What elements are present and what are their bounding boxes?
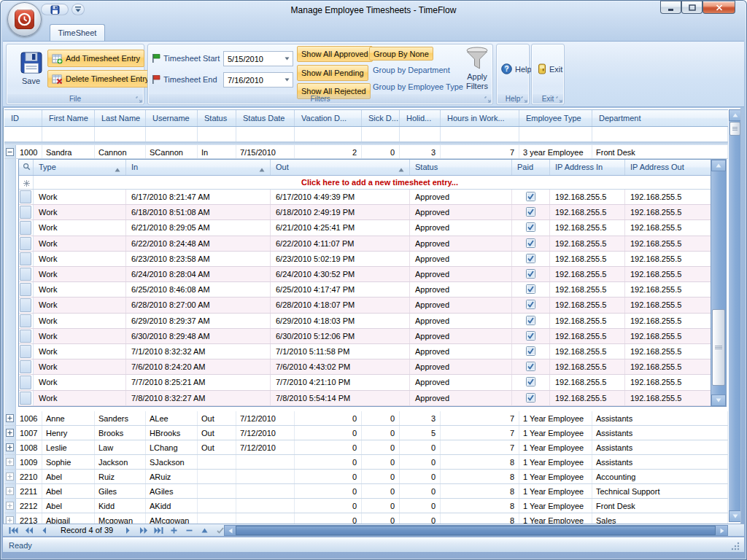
employee-row-1008[interactable]: 1008LeslieLawLChangOut7/12/201000071 Yea… xyxy=(4,440,728,455)
horizontal-scroll-thumb[interactable] xyxy=(236,526,716,535)
timesheet-start-input[interactable]: 5/15/2010 xyxy=(223,51,293,66)
column-header-employee-type[interactable]: Employee Type xyxy=(519,110,592,126)
tab-timesheet[interactable]: TimeSheet xyxy=(50,24,105,42)
filter-cell-sick-d[interactable] xyxy=(362,127,400,141)
detail-row-indicator[interactable] xyxy=(19,359,34,374)
detail-row-indicator[interactable] xyxy=(19,190,34,204)
employee-row-1009[interactable]: 1009SophieJacksonSJackson00081 Year Empl… xyxy=(4,455,728,470)
detail-row-indicator[interactable] xyxy=(19,236,34,251)
show-all-pending-button[interactable]: Show All Pending xyxy=(297,65,368,81)
timesheet-entry-row[interactable]: Work6/23/2010 8:23:58 AM6/23/2010 5:02:1… xyxy=(19,252,726,267)
column-header-department[interactable]: Department xyxy=(592,110,728,126)
expand-row-button[interactable] xyxy=(4,470,16,483)
filter-cell-holid[interactable] xyxy=(400,127,441,141)
exit-dialog-launcher-icon[interactable] xyxy=(556,96,562,103)
filter-cell-username[interactable] xyxy=(146,127,198,141)
nav-last-button[interactable] xyxy=(151,525,166,536)
close-button[interactable] xyxy=(703,1,735,14)
nav-first-button[interactable] xyxy=(6,525,21,536)
grid-horizontal-scrollbar[interactable] xyxy=(224,525,728,536)
detail-row-indicator[interactable] xyxy=(19,220,34,235)
nav-next-page-button[interactable] xyxy=(136,525,151,536)
expand-row-button[interactable] xyxy=(4,411,16,425)
timesheet-entry-row[interactable]: Work6/24/2010 8:28:04 AM6/24/2010 4:30:5… xyxy=(19,267,726,282)
scroll-up-button[interactable] xyxy=(711,160,726,171)
employee-row-2213[interactable]: 2213AbigailMcgowanAMcgowan00081 Year Emp… xyxy=(4,513,728,524)
filter-cell-first-name[interactable] xyxy=(42,127,95,141)
scroll-left-button[interactable] xyxy=(225,526,236,535)
file-dialog-launcher-icon[interactable] xyxy=(136,96,142,103)
employee-row-2212[interactable]: 2212AbelKiddAKidd00081 Year EmployeeFron… xyxy=(4,499,728,513)
detail-scroll-thumb[interactable] xyxy=(712,309,725,386)
expand-row-button[interactable] xyxy=(4,484,16,498)
minimize-button[interactable] xyxy=(660,1,681,14)
maximize-button[interactable] xyxy=(681,1,703,14)
scroll-right-button[interactable] xyxy=(716,526,727,535)
column-header-last-name[interactable]: Last Name xyxy=(95,110,146,126)
filter-cell-department[interactable] xyxy=(592,127,728,141)
scroll-down-button[interactable] xyxy=(729,510,741,522)
timesheet-entry-row[interactable]: Work6/29/2010 8:29:37 AM6/29/2010 4:18:0… xyxy=(19,314,726,329)
filter-cell-status-date[interactable] xyxy=(236,127,295,141)
employee-row-2210[interactable]: 2210AbelRuizARuiz00081 Year EmployeeAcco… xyxy=(4,470,728,484)
filter-cell-hours-in-work[interactable] xyxy=(441,127,519,141)
help-dialog-launcher-icon[interactable] xyxy=(521,96,527,103)
detail-column-header-type[interactable]: Type xyxy=(34,160,126,175)
paid-checkbox[interactable] xyxy=(526,238,535,248)
paid-checkbox[interactable] xyxy=(526,362,535,371)
employee-row-1000[interactable]: 1000SandraCannonSCannonIn7/15/201020373 … xyxy=(4,145,728,159)
filter-cell-id[interactable] xyxy=(4,127,42,141)
filter-cell-employee-type[interactable] xyxy=(519,127,592,141)
column-header-holid[interactable]: Holid... xyxy=(400,110,441,126)
detail-column-header-ip-address-out[interactable]: IP Address Out xyxy=(625,160,711,175)
apply-filters-button[interactable]: Apply Filters xyxy=(460,46,494,96)
expand-row-button[interactable] xyxy=(4,426,16,440)
add-entry-prompt[interactable]: Click here to add a new timesheet entry.… xyxy=(34,176,726,189)
column-header-status-date[interactable]: Status Date xyxy=(236,110,295,126)
detail-row-indicator[interactable] xyxy=(19,298,34,312)
column-header-first-name[interactable]: First Name xyxy=(42,110,95,126)
paid-checkbox[interactable] xyxy=(526,331,535,341)
group-by-employee-type-button[interactable]: Group by Employee Type xyxy=(373,82,463,91)
add-timesheet-entry-button[interactable]: Add Timesheet Entry xyxy=(47,50,144,67)
column-header-username[interactable]: Username xyxy=(146,110,198,126)
detail-row-indicator[interactable] xyxy=(19,344,34,359)
paid-checkbox[interactable] xyxy=(526,269,535,279)
paid-checkbox[interactable] xyxy=(526,346,535,356)
application-menu-button[interactable] xyxy=(7,2,42,36)
delete-timesheet-entry-button[interactable]: Delete Timesheet Entry xyxy=(47,70,153,88)
column-header-vacation-d[interactable]: Vacation D... xyxy=(295,110,362,126)
paid-checkbox[interactable] xyxy=(526,192,535,201)
exit-button[interactable]: Exit xyxy=(538,63,562,74)
paid-checkbox[interactable] xyxy=(526,284,535,294)
detail-row-indicator[interactable] xyxy=(19,282,34,297)
detail-add-row[interactable]: Click here to add a new timesheet entry.… xyxy=(19,176,726,190)
timesheet-entry-row[interactable]: Work7/1/2010 8:32:32 AM7/1/2010 5:11:58 … xyxy=(19,344,726,359)
filters-dialog-launcher-icon[interactable] xyxy=(484,96,491,103)
group-by-none-button[interactable]: Group By None xyxy=(369,47,433,61)
detail-row-indicator[interactable] xyxy=(19,391,34,405)
detail-column-header-status[interactable]: Status xyxy=(410,160,512,175)
employee-row-1006[interactable]: 1006AnneSandersALeeOut7/12/201000371 Yea… xyxy=(4,411,728,426)
paid-checkbox[interactable] xyxy=(526,254,535,263)
timesheet-entry-row[interactable]: Work6/17/2010 8:21:47 AM6/17/2010 4:49:3… xyxy=(19,190,726,205)
expand-row-button[interactable] xyxy=(4,513,16,524)
employee-row-2211[interactable]: 2211AbelGilesAGiles00081 Year EmployeeTe… xyxy=(4,484,728,499)
scroll-down-button[interactable] xyxy=(711,394,726,406)
nav-prev-page-button[interactable] xyxy=(21,525,36,536)
dropdown-arrow-icon[interactable] xyxy=(282,74,292,86)
timesheet-entry-row[interactable]: Work6/28/2010 8:27:00 AM6/28/2010 4:18:0… xyxy=(19,298,726,313)
column-header-id[interactable]: ID xyxy=(4,110,42,126)
timesheet-entry-row[interactable]: Work6/21/2010 8:29:05 AM6/21/2010 4:25:4… xyxy=(19,220,726,236)
detail-vertical-scrollbar[interactable] xyxy=(711,160,726,406)
filter-cell-status[interactable] xyxy=(198,127,236,141)
nav-append-button[interactable] xyxy=(166,525,182,536)
column-header-status[interactable]: Status xyxy=(198,110,236,126)
timesheet-entry-row[interactable]: Work6/18/2010 8:51:08 AM6/18/2010 2:49:1… xyxy=(19,205,726,220)
timesheet-entry-row[interactable]: Work7/7/2010 8:25:21 AM7/7/2010 4:21:10 … xyxy=(19,375,726,390)
save-button[interactable]: Save xyxy=(15,47,47,96)
grid-scroll-thumb[interactable] xyxy=(729,122,740,136)
detail-row-indicator[interactable] xyxy=(19,375,34,389)
detail-row-indicator[interactable] xyxy=(19,205,34,219)
nav-delete-button[interactable] xyxy=(182,525,197,536)
